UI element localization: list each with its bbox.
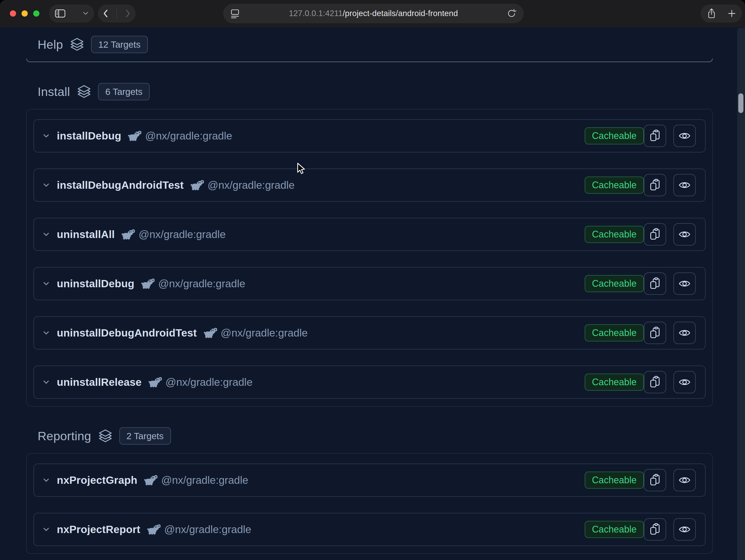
copy-target-button[interactable] [644,469,666,491]
url-text: 127.0.0.1:4211/project-details/android-f… [224,9,523,18]
target-group-title: Reporting [38,429,91,443]
eye-icon [679,525,690,534]
target-executor: @nx/gradle:gradle [145,130,232,142]
copy-icon [649,327,661,339]
gradle-icon [147,524,161,535]
target-group-header: Install 6 Targets [38,80,713,103]
view-target-button[interactable] [673,223,696,246]
chevron-down-icon[interactable] [42,328,51,337]
target-executor: @nx/gradle:gradle [207,179,295,191]
gradle-icon [121,229,135,240]
view-target-button[interactable] [673,322,696,344]
chevron-down-icon[interactable] [42,230,51,239]
target-executor: @nx/gradle:gradle [221,327,308,339]
scrollbar-track[interactable] [737,28,745,560]
view-target-button[interactable] [673,371,696,393]
copy-target-button[interactable] [644,518,666,540]
target-row[interactable]: uninstallDebug @nx/gradle:gradle Cacheab… [33,267,706,300]
copy-target-button[interactable] [644,174,666,196]
target-count-badge: 2 Targets [119,427,171,445]
view-target-button[interactable] [673,469,696,491]
copy-target-button[interactable] [644,371,666,393]
copy-target-button[interactable] [644,125,666,147]
cacheable-badge: Cacheable [585,177,644,194]
chevron-down-icon [83,11,89,15]
target-row[interactable]: installDebug @nx/gradle:gradle Cacheable [33,119,706,152]
target-executor: @nx/gradle:gradle [164,523,251,536]
gradle-icon [148,377,162,388]
cacheable-badge: Cacheable [585,471,644,489]
copy-icon [649,130,661,142]
target-count-badge: 6 Targets [98,83,150,100]
url-path: /project-details/android-frontend [343,9,458,18]
target-count-badge: 12 Targets [91,36,148,53]
copy-icon [649,523,661,536]
target-row[interactable]: nxProjectReport @nx/gradle:gradle Cachea… [33,513,706,546]
copy-target-button[interactable] [644,322,666,344]
cacheable-badge: Cacheable [585,275,644,292]
project-details-page: Help 12 Targets Install 6 Targets instal… [0,27,745,560]
target-name: nxProjectReport [57,523,140,536]
target-row[interactable]: nxProjectGraph @nx/gradle:gradle Cacheab… [33,463,706,497]
address-bar[interactable]: 127.0.0.1:4211/project-details/android-f… [223,4,523,23]
chevron-down-icon[interactable] [42,181,51,189]
eye-icon [679,378,690,387]
target-group-section: Reporting 2 Targets nxProjectGraph [26,425,713,554]
view-target-button[interactable] [673,273,696,295]
gradle-icon [127,130,141,142]
copy-target-button[interactable] [644,223,666,246]
zoom-window-button[interactable] [33,10,39,16]
target-group-section: Help 12 Targets [26,33,713,62]
copy-icon [649,179,661,191]
toolbar-right-buttons [701,5,742,22]
cacheable-badge: Cacheable [585,226,644,243]
view-target-button[interactable] [673,518,696,540]
layers-icon [70,37,84,51]
target-row[interactable]: uninstallRelease @nx/gradle:gradle Cache… [33,365,706,399]
cacheable-badge: Cacheable [585,324,644,342]
forward-icon[interactable] [125,9,131,18]
cacheable-badge: Cacheable [585,127,644,144]
chevron-down-icon[interactable] [42,525,51,534]
target-row[interactable]: uninstallAll @nx/gradle:gradle Cacheable [33,218,706,251]
chevron-down-icon[interactable] [42,378,51,387]
target-group-header: Help 12 Targets [38,33,713,56]
new-tab-icon[interactable] [727,9,736,18]
target-group-title: Help [38,37,63,51]
close-window-button[interactable] [10,10,16,16]
nav-separator [117,9,117,18]
eye-icon [679,131,690,141]
share-icon[interactable] [707,8,716,19]
view-target-button[interactable] [673,174,696,196]
target-name: uninstallDebugAndroidTest [57,327,197,339]
target-group-title: Install [38,84,70,99]
gradle-icon [203,327,217,339]
eye-icon [679,230,690,239]
gradle-icon [143,475,158,486]
target-name: uninstallDebug [57,278,134,290]
targets-container: installDebug @nx/gradle:gradle Cacheable [26,109,713,407]
gradle-icon [140,278,155,289]
copy-icon [649,228,661,241]
chevron-down-icon[interactable] [42,132,51,140]
sidebar-icon [55,9,66,18]
browser-window: 127.0.0.1:4211/project-details/android-f… [0,0,745,560]
layers-icon [98,428,112,443]
target-row[interactable]: uninstallDebugAndroidTest @nx/gradle:gra… [33,316,706,349]
back-icon[interactable] [102,9,109,18]
eye-icon [679,328,690,338]
target-name: installDebug [57,130,121,142]
copy-icon [649,474,661,486]
target-row[interactable]: installDebugAndroidTest @nx/gradle:gradl… [33,169,706,202]
scrollbar-thumb[interactable] [738,93,743,113]
chevron-down-icon[interactable] [42,279,51,288]
target-name: uninstallRelease [57,376,142,388]
cacheable-badge: Cacheable [585,374,644,391]
layers-icon [77,84,91,99]
minimize-window-button[interactable] [22,10,28,16]
sidebar-toggle-button[interactable] [49,5,94,22]
copy-target-button[interactable] [644,273,666,295]
view-target-button[interactable] [673,125,696,147]
target-name: nxProjectGraph [57,474,137,486]
chevron-down-icon[interactable] [42,476,51,485]
